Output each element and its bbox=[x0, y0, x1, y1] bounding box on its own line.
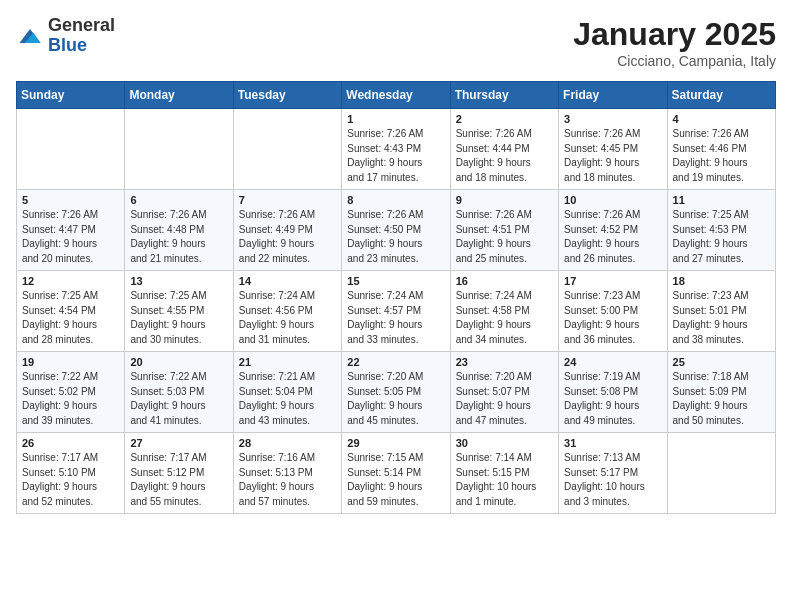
weekday-header-wednesday: Wednesday bbox=[342, 82, 450, 109]
calendar-cell: 29Sunrise: 7:15 AM Sunset: 5:14 PM Dayli… bbox=[342, 433, 450, 514]
day-number: 1 bbox=[347, 113, 444, 125]
day-info: Sunrise: 7:26 AM Sunset: 4:49 PM Dayligh… bbox=[239, 208, 336, 266]
weekday-header-monday: Monday bbox=[125, 82, 233, 109]
calendar-cell: 17Sunrise: 7:23 AM Sunset: 5:00 PM Dayli… bbox=[559, 271, 667, 352]
logo-blue-text: Blue bbox=[48, 35, 87, 55]
day-info: Sunrise: 7:24 AM Sunset: 4:56 PM Dayligh… bbox=[239, 289, 336, 347]
weekday-header-sunday: Sunday bbox=[17, 82, 125, 109]
day-info: Sunrise: 7:22 AM Sunset: 5:02 PM Dayligh… bbox=[22, 370, 119, 428]
day-number: 2 bbox=[456, 113, 553, 125]
calendar-cell bbox=[667, 433, 775, 514]
day-info: Sunrise: 7:23 AM Sunset: 5:00 PM Dayligh… bbox=[564, 289, 661, 347]
day-info: Sunrise: 7:26 AM Sunset: 4:52 PM Dayligh… bbox=[564, 208, 661, 266]
day-number: 17 bbox=[564, 275, 661, 287]
logo: General Blue bbox=[16, 16, 115, 56]
calendar-week-row: 1Sunrise: 7:26 AM Sunset: 4:43 PM Daylig… bbox=[17, 109, 776, 190]
calendar-cell: 19Sunrise: 7:22 AM Sunset: 5:02 PM Dayli… bbox=[17, 352, 125, 433]
day-number: 25 bbox=[673, 356, 770, 368]
day-number: 29 bbox=[347, 437, 444, 449]
day-info: Sunrise: 7:26 AM Sunset: 4:47 PM Dayligh… bbox=[22, 208, 119, 266]
day-info: Sunrise: 7:19 AM Sunset: 5:08 PM Dayligh… bbox=[564, 370, 661, 428]
calendar-cell: 22Sunrise: 7:20 AM Sunset: 5:05 PM Dayli… bbox=[342, 352, 450, 433]
day-number: 22 bbox=[347, 356, 444, 368]
day-info: Sunrise: 7:26 AM Sunset: 4:43 PM Dayligh… bbox=[347, 127, 444, 185]
calendar-week-row: 5Sunrise: 7:26 AM Sunset: 4:47 PM Daylig… bbox=[17, 190, 776, 271]
day-number: 13 bbox=[130, 275, 227, 287]
weekday-header-friday: Friday bbox=[559, 82, 667, 109]
weekday-header-thursday: Thursday bbox=[450, 82, 558, 109]
month-title: January 2025 bbox=[573, 16, 776, 53]
calendar-cell: 30Sunrise: 7:14 AM Sunset: 5:15 PM Dayli… bbox=[450, 433, 558, 514]
calendar-cell: 21Sunrise: 7:21 AM Sunset: 5:04 PM Dayli… bbox=[233, 352, 341, 433]
day-info: Sunrise: 7:20 AM Sunset: 5:05 PM Dayligh… bbox=[347, 370, 444, 428]
location: Cicciano, Campania, Italy bbox=[573, 53, 776, 69]
day-info: Sunrise: 7:23 AM Sunset: 5:01 PM Dayligh… bbox=[673, 289, 770, 347]
day-info: Sunrise: 7:26 AM Sunset: 4:45 PM Dayligh… bbox=[564, 127, 661, 185]
day-info: Sunrise: 7:18 AM Sunset: 5:09 PM Dayligh… bbox=[673, 370, 770, 428]
calendar-cell bbox=[233, 109, 341, 190]
weekday-header-row: SundayMondayTuesdayWednesdayThursdayFrid… bbox=[17, 82, 776, 109]
day-info: Sunrise: 7:21 AM Sunset: 5:04 PM Dayligh… bbox=[239, 370, 336, 428]
day-info: Sunrise: 7:24 AM Sunset: 4:57 PM Dayligh… bbox=[347, 289, 444, 347]
day-info: Sunrise: 7:25 AM Sunset: 4:53 PM Dayligh… bbox=[673, 208, 770, 266]
day-number: 18 bbox=[673, 275, 770, 287]
calendar-cell: 16Sunrise: 7:24 AM Sunset: 4:58 PM Dayli… bbox=[450, 271, 558, 352]
calendar-cell bbox=[125, 109, 233, 190]
day-number: 23 bbox=[456, 356, 553, 368]
day-info: Sunrise: 7:14 AM Sunset: 5:15 PM Dayligh… bbox=[456, 451, 553, 509]
day-info: Sunrise: 7:22 AM Sunset: 5:03 PM Dayligh… bbox=[130, 370, 227, 428]
calendar-cell: 9Sunrise: 7:26 AM Sunset: 4:51 PM Daylig… bbox=[450, 190, 558, 271]
calendar-cell: 11Sunrise: 7:25 AM Sunset: 4:53 PM Dayli… bbox=[667, 190, 775, 271]
calendar-cell: 23Sunrise: 7:20 AM Sunset: 5:07 PM Dayli… bbox=[450, 352, 558, 433]
day-number: 12 bbox=[22, 275, 119, 287]
day-number: 27 bbox=[130, 437, 227, 449]
day-info: Sunrise: 7:13 AM Sunset: 5:17 PM Dayligh… bbox=[564, 451, 661, 509]
weekday-header-saturday: Saturday bbox=[667, 82, 775, 109]
calendar-week-row: 19Sunrise: 7:22 AM Sunset: 5:02 PM Dayli… bbox=[17, 352, 776, 433]
day-number: 30 bbox=[456, 437, 553, 449]
day-number: 11 bbox=[673, 194, 770, 206]
calendar-cell: 7Sunrise: 7:26 AM Sunset: 4:49 PM Daylig… bbox=[233, 190, 341, 271]
day-number: 20 bbox=[130, 356, 227, 368]
day-info: Sunrise: 7:26 AM Sunset: 4:44 PM Dayligh… bbox=[456, 127, 553, 185]
day-info: Sunrise: 7:16 AM Sunset: 5:13 PM Dayligh… bbox=[239, 451, 336, 509]
calendar-cell: 20Sunrise: 7:22 AM Sunset: 5:03 PM Dayli… bbox=[125, 352, 233, 433]
day-info: Sunrise: 7:17 AM Sunset: 5:12 PM Dayligh… bbox=[130, 451, 227, 509]
calendar-cell: 3Sunrise: 7:26 AM Sunset: 4:45 PM Daylig… bbox=[559, 109, 667, 190]
title-block: January 2025 Cicciano, Campania, Italy bbox=[573, 16, 776, 69]
calendar-cell: 5Sunrise: 7:26 AM Sunset: 4:47 PM Daylig… bbox=[17, 190, 125, 271]
day-info: Sunrise: 7:26 AM Sunset: 4:50 PM Dayligh… bbox=[347, 208, 444, 266]
logo-general-text: General bbox=[48, 15, 115, 35]
day-number: 8 bbox=[347, 194, 444, 206]
day-info: Sunrise: 7:26 AM Sunset: 4:51 PM Dayligh… bbox=[456, 208, 553, 266]
day-info: Sunrise: 7:26 AM Sunset: 4:46 PM Dayligh… bbox=[673, 127, 770, 185]
calendar-cell: 13Sunrise: 7:25 AM Sunset: 4:55 PM Dayli… bbox=[125, 271, 233, 352]
calendar-week-row: 12Sunrise: 7:25 AM Sunset: 4:54 PM Dayli… bbox=[17, 271, 776, 352]
calendar-cell: 6Sunrise: 7:26 AM Sunset: 4:48 PM Daylig… bbox=[125, 190, 233, 271]
calendar-cell: 14Sunrise: 7:24 AM Sunset: 4:56 PM Dayli… bbox=[233, 271, 341, 352]
weekday-header-tuesday: Tuesday bbox=[233, 82, 341, 109]
calendar-cell: 8Sunrise: 7:26 AM Sunset: 4:50 PM Daylig… bbox=[342, 190, 450, 271]
calendar-cell: 2Sunrise: 7:26 AM Sunset: 4:44 PM Daylig… bbox=[450, 109, 558, 190]
day-number: 10 bbox=[564, 194, 661, 206]
day-number: 3 bbox=[564, 113, 661, 125]
day-number: 6 bbox=[130, 194, 227, 206]
day-number: 26 bbox=[22, 437, 119, 449]
calendar-cell bbox=[17, 109, 125, 190]
day-number: 16 bbox=[456, 275, 553, 287]
calendar-cell: 4Sunrise: 7:26 AM Sunset: 4:46 PM Daylig… bbox=[667, 109, 775, 190]
day-number: 7 bbox=[239, 194, 336, 206]
day-info: Sunrise: 7:24 AM Sunset: 4:58 PM Dayligh… bbox=[456, 289, 553, 347]
logo-icon bbox=[16, 22, 44, 50]
page-header: General Blue January 2025 Cicciano, Camp… bbox=[16, 16, 776, 69]
calendar-cell: 1Sunrise: 7:26 AM Sunset: 4:43 PM Daylig… bbox=[342, 109, 450, 190]
calendar-cell: 10Sunrise: 7:26 AM Sunset: 4:52 PM Dayli… bbox=[559, 190, 667, 271]
day-number: 24 bbox=[564, 356, 661, 368]
day-info: Sunrise: 7:17 AM Sunset: 5:10 PM Dayligh… bbox=[22, 451, 119, 509]
calendar-cell: 18Sunrise: 7:23 AM Sunset: 5:01 PM Dayli… bbox=[667, 271, 775, 352]
day-number: 14 bbox=[239, 275, 336, 287]
calendar-table: SundayMondayTuesdayWednesdayThursdayFrid… bbox=[16, 81, 776, 514]
calendar-week-row: 26Sunrise: 7:17 AM Sunset: 5:10 PM Dayli… bbox=[17, 433, 776, 514]
day-info: Sunrise: 7:26 AM Sunset: 4:48 PM Dayligh… bbox=[130, 208, 227, 266]
day-number: 15 bbox=[347, 275, 444, 287]
